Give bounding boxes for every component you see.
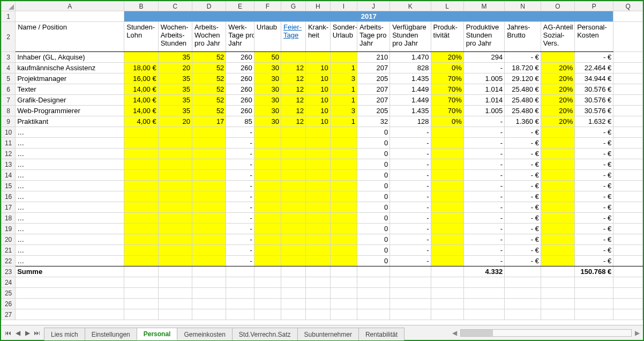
cell[interactable] (613, 224, 643, 234)
row-header[interactable]: 14 (2, 170, 16, 181)
cell[interactable]: 1.014 (463, 84, 504, 95)
cell[interactable]: … (16, 245, 124, 256)
cell[interactable] (305, 224, 330, 234)
cell[interactable]: - (463, 181, 504, 191)
cell[interactable]: - (463, 149, 504, 159)
cell[interactable] (226, 288, 254, 299)
cell[interactable] (330, 138, 357, 149)
cell[interactable]: 18.720 € (505, 63, 541, 73)
cell[interactable]: 3 (330, 106, 357, 116)
cell[interactable] (541, 191, 574, 202)
cell[interactable]: - (463, 213, 504, 224)
row-header[interactable]: 16 (2, 191, 16, 202)
cell[interactable]: 30.576 € (575, 95, 613, 106)
cell[interactable]: Projektmanager (16, 73, 124, 84)
cell[interactable]: - € (575, 159, 613, 170)
row-header[interactable]: 12 (2, 149, 16, 159)
cell[interactable] (192, 288, 226, 299)
cell[interactable]: 294 (463, 52, 504, 63)
cell[interactable] (390, 288, 431, 299)
header-urlaub[interactable]: Urlaub (254, 22, 281, 52)
cell[interactable] (613, 288, 643, 299)
cell[interactable]: 32 (357, 116, 390, 127)
cell[interactable] (16, 277, 124, 288)
cell[interactable] (16, 288, 124, 299)
cell[interactable] (541, 256, 574, 266)
cell[interactable]: - € (575, 138, 613, 149)
cell[interactable]: - (226, 245, 254, 256)
cell[interactable]: 128 (390, 116, 431, 127)
cell[interactable] (305, 288, 330, 299)
row-header[interactable]: 15 (2, 181, 16, 191)
cell[interactable]: 20% (541, 84, 574, 95)
cell[interactable] (541, 202, 574, 213)
cell[interactable] (613, 84, 643, 95)
cell[interactable] (158, 202, 192, 213)
cell[interactable]: 207 (357, 95, 390, 106)
cell[interactable] (463, 299, 504, 309)
row-header[interactable]: 23 (2, 266, 16, 277)
cell[interactable]: - (463, 159, 504, 170)
row-header[interactable]: 21 (2, 245, 16, 256)
cell[interactable]: 30 (254, 95, 281, 106)
cell[interactable]: 210 (357, 52, 390, 63)
header-krankheit[interactable]: Krank-heit (305, 22, 330, 52)
col-header[interactable]: I (330, 2, 357, 11)
cell[interactable] (541, 245, 574, 256)
cell[interactable] (124, 299, 158, 309)
cell[interactable]: - (390, 245, 431, 256)
cell[interactable]: 1.005 (463, 106, 504, 116)
cell[interactable]: - € (505, 245, 541, 256)
cell[interactable] (254, 288, 281, 299)
cell[interactable]: Praktikant (16, 116, 124, 127)
cell[interactable]: … (16, 202, 124, 213)
cell[interactable] (124, 181, 158, 191)
tab-last-icon[interactable]: ⏭ (33, 329, 41, 337)
cell[interactable] (613, 202, 643, 213)
cell[interactable]: … (16, 149, 124, 159)
cell[interactable]: … (16, 127, 124, 138)
cell[interactable]: 1.435 (390, 106, 431, 116)
cell[interactable] (124, 202, 158, 213)
row-header[interactable]: 24 (2, 277, 16, 288)
cell[interactable] (613, 277, 643, 288)
cell[interactable]: 205 (357, 106, 390, 116)
cell[interactable]: 828 (390, 63, 431, 73)
cell[interactable] (541, 170, 574, 181)
cell[interactable]: 20% (541, 106, 574, 116)
cell[interactable]: 0 (357, 138, 390, 149)
sum-personalkosten[interactable]: 150.768 € (575, 266, 613, 277)
cell[interactable]: 30.576 € (575, 106, 613, 116)
cell[interactable]: 52 (192, 95, 226, 106)
cell[interactable] (158, 256, 192, 266)
cell[interactable]: - (390, 159, 431, 170)
cell[interactable] (192, 138, 226, 149)
cell[interactable]: 35 (158, 73, 192, 84)
cell[interactable] (613, 213, 643, 224)
cell[interactable]: - € (505, 224, 541, 234)
cell[interactable] (305, 52, 330, 63)
cell[interactable] (305, 277, 330, 288)
cell[interactable]: 30 (254, 116, 281, 127)
cell[interactable]: 20% (541, 63, 574, 73)
cell[interactable] (281, 224, 306, 234)
cell[interactable]: 0 (357, 181, 390, 191)
row-header[interactable]: 17 (2, 202, 16, 213)
cell[interactable] (281, 256, 306, 266)
cell[interactable]: 20% (541, 116, 574, 127)
cell[interactable] (158, 288, 192, 299)
cell[interactable]: 1 (330, 116, 357, 127)
cell[interactable]: 1 (330, 84, 357, 95)
cell[interactable]: - (463, 245, 504, 256)
cell[interactable]: - (463, 256, 504, 266)
cell[interactable] (541, 213, 574, 224)
cell[interactable]: 260 (226, 95, 254, 106)
cell[interactable] (254, 224, 281, 234)
cell[interactable] (357, 288, 390, 299)
cell[interactable] (192, 245, 226, 256)
cell[interactable]: - € (575, 224, 613, 234)
row-header[interactable]: 4 (2, 63, 16, 73)
cell[interactable] (431, 245, 463, 256)
cell[interactable] (305, 127, 330, 138)
cell[interactable] (541, 159, 574, 170)
